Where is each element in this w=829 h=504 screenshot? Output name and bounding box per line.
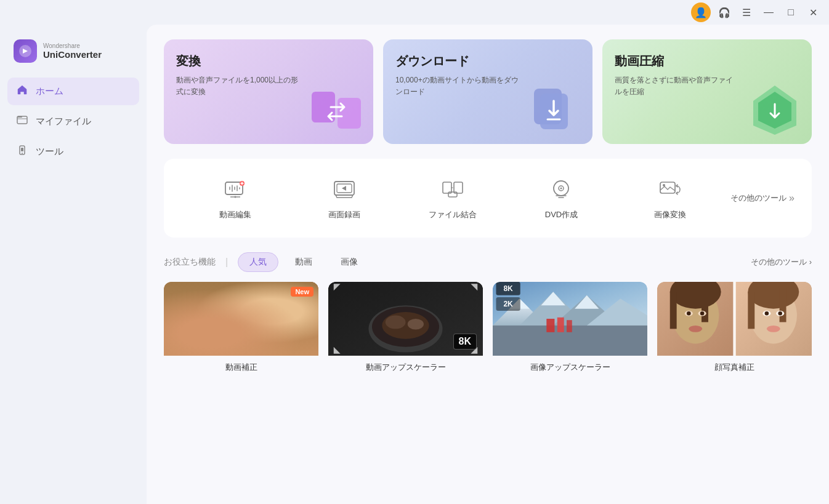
tab-video[interactable]: 動画 <box>283 252 324 272</box>
section-label: お役立ち機能 <box>164 257 216 268</box>
thumb-img-upscaler[interactable]: 8K 2K 画像アップスケーラー <box>493 282 647 375</box>
close-icon: ✕ <box>809 7 817 18</box>
svg-point-36 <box>386 316 406 329</box>
separator: | <box>225 257 228 268</box>
support-button[interactable]: 🎧 <box>716 4 733 21</box>
svg-point-28 <box>251 322 305 356</box>
tab-popular[interactable]: 人気 <box>238 252 278 272</box>
thumb-video-repair-label: 動画補正 <box>164 356 318 375</box>
maximize-button[interactable]: □ <box>782 4 799 21</box>
tool-video-edit[interactable]: 動画編集 <box>181 171 289 225</box>
svg-rect-7 <box>338 98 361 129</box>
download-title: ダウンロード <box>395 53 580 70</box>
convert-desc: 動画や音声ファイルを1,000以上の形式に変換 <box>176 74 299 98</box>
svg-rect-62 <box>748 292 754 329</box>
section-header: お役立ち機能 | 人気 動画 画像 その他のツール › <box>164 252 812 272</box>
logo-text: Wondershare UniConverter <box>43 42 102 60</box>
logo-subtitle: Wondershare <box>43 42 102 49</box>
sidebar-item-home[interactable]: ホーム <box>7 78 139 105</box>
thumb-face-enhance[interactable]: 顔写真補正 <box>657 282 812 375</box>
close-button[interactable]: ✕ <box>804 4 822 21</box>
sidebar-item-myfiles-label: マイファイル <box>36 116 91 127</box>
svg-rect-58 <box>670 292 677 329</box>
new-badge: New <box>291 287 313 297</box>
thumb-video-repair[interactable]: New <box>164 282 318 375</box>
sidebar-item-myfiles[interactable]: マイファイル <box>7 108 139 135</box>
svg-point-65 <box>687 311 691 316</box>
thumb-video-repair-img: New <box>164 282 318 356</box>
svg-rect-59 <box>702 289 708 322</box>
minimize-icon: — <box>764 7 774 18</box>
more-tools-label: その他のツール <box>730 193 787 204</box>
thumb-img-upscaler-img: 8K 2K <box>493 282 647 356</box>
convert-title: 変換 <box>176 53 361 70</box>
dvd-label: DVD作成 <box>545 209 578 220</box>
compress-icon-area <box>747 82 803 138</box>
menu-icon: ☰ <box>742 7 751 18</box>
tools-icon <box>16 144 28 159</box>
svg-point-5 <box>22 153 23 154</box>
section-tabs: お役立ち機能 | 人気 動画 画像 <box>164 252 370 272</box>
thumb-video-upscaler-img: 8K <box>328 282 483 356</box>
file-merge-icon <box>439 176 466 203</box>
svg-point-67 <box>700 311 705 316</box>
screen-rec-label: 画面録画 <box>328 209 360 220</box>
compress-card[interactable]: 動画圧縮 画質を落とさずに動画や音声ファイルを圧縮 <box>602 39 812 144</box>
img-convert-icon <box>657 176 684 203</box>
feature-thumbs-row: New <box>164 282 812 375</box>
svg-point-72 <box>689 326 702 332</box>
logo-icon <box>14 39 37 63</box>
svg-point-71 <box>778 311 782 316</box>
svg-point-22 <box>560 188 562 190</box>
minimize-button[interactable]: — <box>760 4 777 21</box>
tool-img-convert[interactable]: 画像変換 <box>616 171 724 225</box>
thumb-face-enhance-img <box>657 282 812 356</box>
compress-title: 動画圧縮 <box>615 53 799 70</box>
svg-point-24 <box>663 184 665 186</box>
file-merge-label: ファイル結合 <box>429 209 477 220</box>
svg-rect-48 <box>557 318 564 332</box>
tool-file-merge[interactable]: ファイル結合 <box>398 171 507 225</box>
svg-rect-49 <box>567 320 572 332</box>
img-convert-label: 画像変換 <box>654 209 686 220</box>
section-more-link[interactable]: その他のツール › <box>751 257 812 268</box>
svg-point-31 <box>229 292 253 332</box>
more-tools-link[interactable]: その他のツール » <box>724 193 795 204</box>
8k-badge-video: 8K <box>453 334 477 350</box>
download-card[interactable]: ダウンロード 10,000+の動画サイトから動画をダウンロード <box>383 39 592 144</box>
user-avatar[interactable]: 👤 <box>691 2 711 22</box>
section-more-label: その他のツール › <box>751 257 812 268</box>
svg-rect-63 <box>780 289 787 322</box>
thumb-video-upscaler[interactable]: 8K 動画アップスケーラー <box>328 282 483 375</box>
tool-screen-rec[interactable]: 画面録画 <box>289 171 398 225</box>
feature-cards-row: 変換 動画や音声ファイルを1,000以上の形式に変換 ダウンロード 10,000… <box>164 39 812 144</box>
thumb-face-enhance-label: 顔写真補正 <box>657 356 812 375</box>
sidebar-item-home-label: ホーム <box>36 86 63 97</box>
user-icon: 👤 <box>695 7 707 18</box>
tab-image[interactable]: 画像 <box>329 252 370 272</box>
logo-title: UniConverter <box>43 49 102 60</box>
home-icon <box>16 84 28 99</box>
sidebar-item-tools[interactable]: ツール <box>7 138 139 166</box>
maximize-icon: □ <box>788 7 794 18</box>
convert-card[interactable]: 変換 動画や音声ファイルを1,000以上の形式に変換 <box>164 39 373 144</box>
svg-rect-47 <box>546 319 554 332</box>
menu-button[interactable]: ☰ <box>738 4 755 21</box>
tools-row: 動画編集 画面録画 <box>164 159 812 238</box>
main-content: 変換 動画や音声ファイルを1,000以上の形式に変換 ダウンロード 10,000… <box>147 25 829 504</box>
video-edit-icon <box>222 176 249 203</box>
thumb-img-upscaler-label: 画像アップスケーラー <box>493 356 647 375</box>
video-edit-label: 動画編集 <box>219 209 251 220</box>
svg-point-37 <box>408 319 424 329</box>
sidebar-item-tools-label: ツール <box>36 146 63 158</box>
files-icon <box>16 114 28 129</box>
convert-icon-area <box>309 82 364 138</box>
thumb-video-upscaler-label: 動画アップスケーラー <box>328 356 483 375</box>
svg-point-73 <box>767 326 780 332</box>
screen-rec-icon <box>331 176 358 203</box>
compress-desc: 画質を落とさずに動画や音声ファイルを圧縮 <box>615 74 738 98</box>
tool-dvd[interactable]: DVD作成 <box>507 171 615 225</box>
sidebar: Wondershare UniConverter ホーム マイファイル <box>0 25 147 504</box>
dvd-icon <box>548 176 575 203</box>
download-icon-area <box>528 82 583 138</box>
